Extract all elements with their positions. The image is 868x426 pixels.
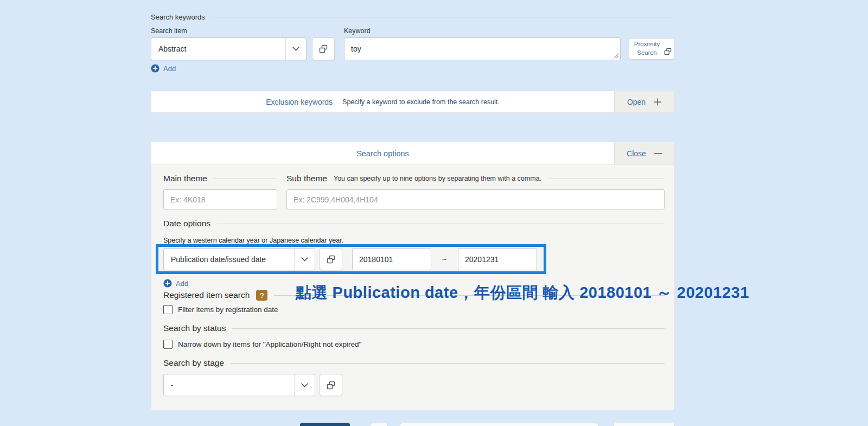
bottom-button-primary[interactable] [300,423,350,426]
search-by-status-heading: Search by status [163,323,665,333]
add-label: Add [163,65,176,73]
status-checkbox-label: Narrow down by items for "Application/Ri… [178,340,361,348]
copy-icon [319,44,328,53]
keyword-input[interactable]: toy [344,37,621,60]
date-to-field-wrapper [458,248,537,270]
registration-date-checkbox-label: Filter items by registration date [178,306,278,314]
main-theme-label: Main theme [163,174,207,183]
main-theme-heading: Main theme [163,174,277,183]
page: Search keywords Search item Keyword Abst… [0,0,868,426]
search-by-stage-label: Search by stage [163,358,224,368]
search-by-status-label: Search by status [163,323,226,333]
chevron-down-icon [294,374,315,396]
plus-icon [653,98,662,106]
resize-grip-icon[interactable] [614,53,619,59]
heading-rule [214,179,277,179]
copy-icon [664,48,672,55]
date-range-separator: ~ [436,248,453,270]
copy-icon [327,381,335,390]
exclusion-keywords-header: Exclusion keywords Specify a keyword to … [151,91,614,112]
date-options-heading: Date options [163,219,665,228]
date-from-input[interactable] [352,248,431,270]
date-options-label: Date options [163,219,210,228]
heading-rule [232,328,665,329]
registration-date-filter-row[interactable]: Filter items by registration date [163,305,278,314]
title-rule [212,17,675,17]
exclusion-keywords-bar: Exclusion keywords Specify a keyword to … [151,91,675,113]
registered-item-label: Registered item search [163,290,250,300]
search-options-close-button[interactable]: Close [614,142,674,164]
search-item-label: Search item [151,27,187,35]
instruction-annotation: 點選 Publication date，年份區間 輸入 20180101 ～ 2… [296,282,749,304]
open-label: Open [627,98,646,106]
sub-theme-note: You can specify up to nine options by se… [334,175,541,182]
add-search-keyword-button[interactable]: Add [151,64,176,73]
status-checkbox[interactable] [163,340,173,349]
search-options-title: Search options [151,142,614,164]
keyword-field-wrapper: toy [344,37,621,60]
search-options-panel: Search options Close Main theme Sub them… [151,142,675,410]
exclusion-keywords-open-button[interactable]: Open [614,91,674,112]
registration-date-checkbox[interactable] [163,305,173,314]
copy-icon [327,255,335,264]
sub-theme-input[interactable] [286,189,665,209]
proximity-search-label: Proximity Search [632,40,662,57]
exclusion-keywords-title: Exclusion keywords [266,98,333,106]
date-type-select[interactable]: Publication date/issued date [163,248,315,270]
bottom-button-secondary[interactable] [400,423,598,426]
plus-circle-icon [151,64,159,73]
exclusion-keywords-description: Specify a keyword to exclude from the se… [342,98,500,106]
search-keywords-title: Search keywords [151,13,205,21]
heading-rule [231,363,665,364]
date-to-input[interactable] [458,248,537,270]
minus-icon [654,152,662,155]
date-type-copy-button[interactable] [320,248,342,270]
search-by-stage-heading: Search by stage [163,358,665,368]
stage-select[interactable]: - [163,374,315,396]
search-options-header: Search options Close [151,142,674,164]
search-item-selected-value: Abstract [151,38,285,60]
chevron-down-icon [285,38,306,60]
chevron-down-icon [294,249,315,270]
main-theme-input[interactable] [163,189,277,209]
status-filter-row[interactable]: Narrow down by items for "Application/Ri… [163,340,361,349]
stage-selected-value: - [164,374,294,396]
add-label: Add [176,279,188,288]
help-icon[interactable]: ? [256,290,267,301]
keyword-label: Keyword [344,27,371,35]
search-item-copy-button[interactable] [312,37,335,60]
search-item-select[interactable]: Abstract [151,37,307,60]
date-type-selected-value: Publication date/issued date [164,249,294,270]
search-keywords-section-title: Search keywords [151,13,675,21]
date-from-field-wrapper [352,248,431,270]
sub-theme-label: Sub theme [286,174,327,183]
add-date-option-button[interactable]: Add [163,279,188,288]
close-label: Close [627,149,646,158]
main-theme-field-wrapper [163,189,277,209]
sub-theme-field-wrapper [286,189,665,209]
date-options-note: Specify a western calendar year or Japan… [163,237,343,244]
sub-theme-heading: Sub theme You can specify up to nine opt… [286,174,665,183]
heading-rule [217,224,665,224]
stage-copy-button[interactable] [320,374,342,396]
heading-rule [548,179,665,179]
bottom-button-small[interactable] [370,423,388,426]
proximity-search-button[interactable]: Proximity Search [629,38,674,60]
plus-circle-icon [163,279,172,288]
bottom-button-tertiary[interactable] [613,423,675,426]
